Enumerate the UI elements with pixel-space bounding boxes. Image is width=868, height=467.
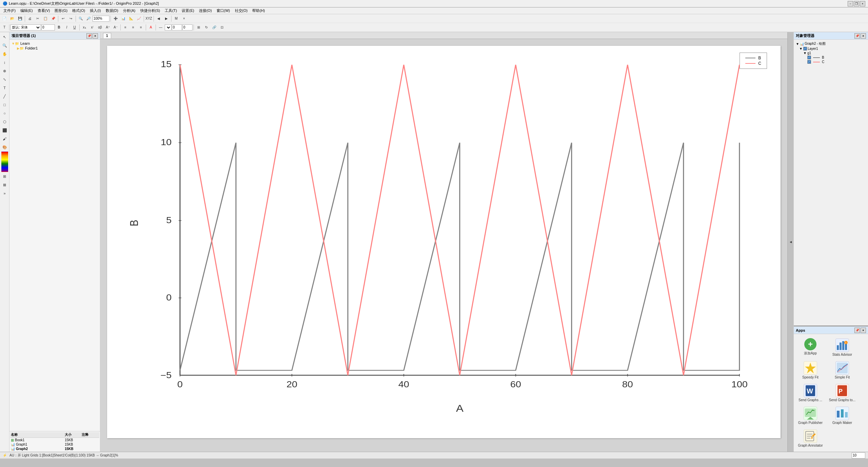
line-width2-input[interactable] [182, 24, 193, 31]
tb-smaller[interactable]: A⁻ [112, 24, 119, 31]
panel-close[interactable]: × [93, 33, 98, 39]
lt-line[interactable]: ╱ [1, 92, 9, 100]
line-width-input[interactable] [172, 24, 182, 31]
tb-undo[interactable]: ↩ [59, 15, 67, 22]
lt-select[interactable]: ↖ [1, 33, 9, 41]
menu-graph[interactable]: 图形(G) [53, 7, 69, 14]
tb-align-left[interactable]: ≡ [122, 24, 129, 31]
add-app-button[interactable]: + 添加App [795, 337, 826, 358]
tb-italic[interactable]: I [63, 24, 70, 31]
tb-m1[interactable]: M [173, 15, 180, 22]
tb-x1[interactable]: × [180, 15, 188, 22]
obj-graph2[interactable]: ▼ 📊 Graph2 - 绘图 [795, 41, 867, 46]
font-size-input[interactable] [41, 24, 55, 31]
tb-next[interactable]: ▶ [163, 15, 170, 22]
menu-quick-analysis[interactable]: 快捷分析(S) [138, 7, 162, 14]
lt-pick[interactable]: ⊕ [1, 67, 9, 75]
menu-connect[interactable]: 连接(O) [197, 7, 214, 14]
lt-stack[interactable]: ⊠ [1, 181, 9, 189]
menu-settings[interactable]: 设置(E) [180, 7, 196, 14]
obj-mgr-controls[interactable]: 📌 × [854, 33, 866, 39]
tb-sup[interactable]: xⁱ [88, 24, 96, 31]
line-style-select[interactable] [165, 24, 171, 31]
tb-align-center[interactable]: ≡ [129, 24, 137, 31]
obj-mgr-close[interactable]: × [861, 33, 866, 39]
tb-align-right[interactable]: ≡ [137, 24, 145, 31]
tb-cut[interactable]: ✂ [34, 15, 41, 22]
tb-xyz[interactable]: XYZ [145, 15, 153, 22]
tb-save[interactable]: 💾 [16, 15, 24, 22]
app-graph-annotator[interactable]: Graph Annotator [795, 428, 826, 449]
menu-edit[interactable]: 编辑(E) [18, 7, 35, 14]
tb-t1[interactable]: T [1, 24, 8, 31]
menu-format[interactable]: 格式(O) [70, 7, 87, 14]
panel-controls[interactable]: 📌 × [86, 33, 98, 39]
lt-polygon[interactable]: ⬡ [1, 118, 9, 126]
tb-paste[interactable]: 📌 [49, 15, 57, 22]
lt-zoom[interactable]: 🔍 [1, 41, 9, 50]
font-family-select[interactable]: 默认: 宋体 [11, 24, 41, 31]
panel-pin[interactable]: 📌 [86, 33, 92, 39]
app-simple-fit[interactable]: Simple Fit [827, 359, 857, 381]
tb-open[interactable]: 📂 [8, 15, 16, 22]
tb-stat[interactable]: 📈 [135, 15, 143, 22]
layer1-checkbox[interactable]: ✓ [803, 47, 807, 51]
menu-file[interactable]: 文件(F) [1, 7, 18, 14]
app-speedy-fit[interactable]: Speedy Fit [795, 359, 826, 381]
menu-data[interactable]: 数据(D) [104, 7, 120, 14]
lt-region[interactable]: ⬛ [1, 126, 9, 134]
file-row-graph1[interactable]: 📊 Graph1 15KB [10, 442, 99, 447]
menu-view[interactable]: 查看(V) [36, 7, 52, 14]
lt-color[interactable] [1, 152, 8, 172]
tb-line-style[interactable]: — [157, 24, 164, 31]
menu-social[interactable]: 社交(O) [233, 7, 250, 14]
close-button[interactable]: × [860, 1, 865, 6]
tab-1[interactable]: 1 [103, 33, 111, 38]
tb-bold[interactable]: B [55, 24, 63, 31]
tb-color[interactable]: A [147, 24, 155, 31]
obj-g1[interactable]: ▼ g1 [795, 51, 867, 55]
tb-alpha[interactable]: αβ [96, 24, 104, 31]
tb-moretools[interactable]: ⊡ [218, 24, 226, 31]
obj-b[interactable]: ✓ B [795, 55, 867, 60]
status-value-input[interactable] [852, 452, 865, 459]
tb-zoom-in[interactable]: 🔍 [77, 15, 84, 22]
lt-ellipse[interactable]: ○ [1, 109, 9, 117]
app-graph-publisher[interactable]: Graph Publisher [795, 405, 826, 426]
obj-mgr-pin[interactable]: 📌 [854, 33, 860, 39]
lt-expand[interactable]: » [1, 189, 9, 197]
tb-fit[interactable]: 📐 [127, 15, 135, 22]
restore-button[interactable]: ❐ [854, 1, 859, 6]
file-row-graph2[interactable]: 📊 Graph2 15KB [10, 447, 99, 451]
app-stats-advisor[interactable]: ! Stats Advisor [827, 337, 857, 358]
lt-text[interactable]: T [1, 84, 9, 92]
app-send-graphs-ppt[interactable]: P Send Graphs to... [827, 382, 857, 404]
lt-brush[interactable]: 🖌 [1, 135, 9, 143]
tb-copy[interactable]: 📋 [42, 15, 49, 22]
lt-fill[interactable]: 🎨 [1, 143, 9, 151]
b-checkbox[interactable]: ✓ [807, 56, 811, 59]
tb-redo[interactable]: ↪ [67, 15, 75, 22]
tb-zoom-out[interactable]: 🔎 [85, 15, 92, 22]
window-controls[interactable]: − ❐ × [848, 1, 865, 6]
tree-item-folder1[interactable]: ▶📁 Folder1 [11, 46, 99, 51]
tb-new[interactable]: 📄 [1, 15, 8, 22]
zoom-input[interactable] [93, 16, 109, 22]
tb-underline[interactable]: U [71, 24, 78, 31]
tb-graph[interactable]: 📊 [120, 15, 127, 22]
file-row-book1[interactable]: ▦ Book1 15KB [10, 438, 99, 442]
app-graph-maker[interactable]: Graph Maker [827, 405, 857, 426]
tb-merge[interactable]: ⊞ [195, 24, 202, 31]
menu-tools[interactable]: 工具(T) [163, 7, 179, 14]
menu-insert[interactable]: 插入(I) [88, 7, 103, 14]
tb-prev[interactable]: ◀ [155, 15, 162, 22]
menu-analysis[interactable]: 分析(A) [121, 7, 138, 14]
apps-controls[interactable]: 📌 × [854, 328, 866, 333]
tree-item-learn[interactable]: ▼📁 Learn [11, 41, 99, 46]
menu-help[interactable]: 帮助(H) [250, 7, 267, 14]
lt-rect[interactable]: □ [1, 101, 9, 109]
lt-pan[interactable]: ✋ [1, 50, 9, 58]
tb-bigger[interactable]: A⁺ [104, 24, 112, 31]
c-checkbox[interactable]: ✓ [807, 60, 811, 64]
tb-print[interactable]: 🖨 [26, 15, 34, 22]
